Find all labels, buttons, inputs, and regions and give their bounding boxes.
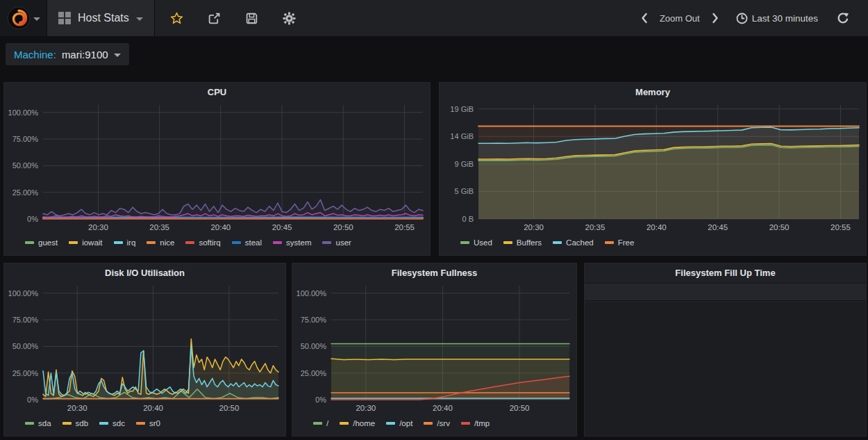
panel-title-cpu[interactable]: CPU [4,83,430,101]
share-icon [208,12,221,25]
svg-text:20:55: 20:55 [394,223,415,231]
memory-chart[interactable]: 19 GiB14 GiB9 GiB5 GiB0 B20:3020:3520:40… [440,101,866,236]
legend-swatch [62,422,72,425]
cpu-legend: guestiowaitirqnicesoftirqstealsystemuser [4,236,430,247]
chevron-down-icon [33,17,40,21]
chevron-down-icon [114,54,121,57]
svg-text:20:50: 20:50 [769,223,790,231]
legend-item-irq[interactable]: irq [114,238,136,247]
svg-text:20:30: 20:30 [524,223,544,231]
legend-label: /home [353,419,375,427]
svg-text:75.00%: 75.00% [12,316,39,324]
gear-icon [283,12,296,25]
panel-title-filesystem-fullness[interactable]: Filesystem Fullness [292,263,576,282]
legend-item-home[interactable]: /home [340,419,375,427]
legend-item-guest[interactable]: guest [25,238,58,247]
svg-text:14 GiB: 14 GiB [450,132,474,140]
legend-label: /opt [399,419,412,427]
legend-item-tmp[interactable]: /tmp [461,419,490,427]
svg-text:25.00%: 25.00% [12,369,39,377]
machine-variable-dropdown[interactable]: Machine: mari:9100 [6,43,129,65]
legend-item-steal[interactable]: steal [232,238,262,247]
svg-text:20:50: 20:50 [510,404,530,412]
svg-text:20:40: 20:40 [143,404,163,412]
legend-label: sr0 [149,419,160,427]
cpu-chart[interactable]: 100.00%75.00%50.00%25.00%0%20:3020:3520:… [4,101,430,236]
panel-memory: Memory 19 GiB14 GiB9 GiB5 GiB0 B20:3020:… [439,82,867,256]
chevron-down-icon [136,17,143,21]
time-range-label: Last 30 minutes [752,13,818,24]
svg-text:20:35: 20:35 [585,223,606,231]
empty-table-row [585,283,866,301]
time-shift-forward-button[interactable] [707,4,724,32]
legend-item-buffers[interactable]: Buffers [503,238,542,247]
legend-label: Cached [566,238,594,247]
clock-icon [736,13,748,24]
legend-swatch [460,241,469,244]
legend-swatch [273,241,282,244]
svg-text:25.00%: 25.00% [12,188,39,197]
legend-item-sr0[interactable]: sr0 [136,419,160,427]
legend-label: Used [474,238,492,247]
machine-variable-value: mari:9100 [62,49,108,60]
legend-item-iowait[interactable]: iowait [69,238,102,247]
legend-swatch [232,241,241,244]
legend-item-sdb[interactable]: sdb [62,419,89,427]
save-dashboard-button[interactable] [238,4,266,32]
svg-text:0%: 0% [27,396,38,404]
legend-item-cached[interactable]: Cached [553,238,594,247]
machine-variable-label: Machine: [14,49,56,60]
star-dashboard-button[interactable] [163,4,191,32]
legend-item-nice[interactable]: nice [147,238,174,247]
legend-item-sdc[interactable]: sdc [99,419,125,427]
svg-text:100.00%: 100.00% [297,289,327,298]
svg-text:20:40: 20:40 [210,223,231,231]
legend-item-srv[interactable]: /srv [424,419,450,427]
legend-item-system[interactable]: system [273,238,311,247]
panel-title-filesystem-fill-up-time[interactable]: Filesystem Fill Up Time [585,263,866,282]
legend-item-user[interactable]: user [322,238,351,247]
grafana-logo-icon [7,6,31,30]
svg-text:75.00%: 75.00% [12,135,39,143]
share-dashboard-button[interactable] [201,4,228,32]
grafana-dashboard: Host Stats [0,0,868,440]
save-icon [245,12,258,25]
dashboard-picker-button[interactable]: Host Stats [47,0,155,36]
refresh-button[interactable] [829,4,857,32]
legend-item-sda[interactable]: sda [25,419,51,427]
time-range-picker-button[interactable]: Last 30 minutes [736,13,818,24]
chevron-right-icon [712,13,719,24]
chevron-left-icon [641,13,648,24]
svg-text:100.00%: 100.00% [8,289,39,298]
legend-label: /tmp [474,419,490,427]
svg-text:20:40: 20:40 [646,223,667,231]
grafana-menu-button[interactable] [0,0,47,36]
legend-label: system [286,238,311,247]
zoom-out-button[interactable]: Zoom Out [660,13,700,24]
disk-io-chart[interactable]: 100.00%75.00%50.00%25.00%0%20:3020:4020:… [4,282,285,416]
svg-text:19 GiB: 19 GiB [450,105,474,113]
panel-title-disk-io[interactable]: Disk I/O Utilisation [4,263,285,282]
dashboard-settings-button[interactable] [276,4,303,32]
filesystem-fullness-chart[interactable]: 100.00%75.00%50.00%25.00%0%20:3020:4020:… [292,282,576,416]
refresh-icon [837,12,849,24]
legend-label: nice [160,238,174,247]
legend-item-[interactable]: / [313,419,328,427]
legend-swatch [114,241,123,244]
time-shift-back-button[interactable] [636,4,653,32]
legend-label: Buffers [517,238,542,247]
svg-text:20:45: 20:45 [272,223,292,231]
panel-cpu: CPU 100.00%75.00%50.00%25.00%0%20:3020:3… [3,82,431,256]
legend-item-used[interactable]: Used [460,238,492,247]
legend-item-opt[interactable]: /opt [386,419,412,427]
legend-item-free[interactable]: Free [605,238,635,247]
legend-label: sdc [112,419,125,427]
legend-item-softirq[interactable]: softirq [185,238,220,247]
svg-text:50.00%: 50.00% [12,161,39,170]
svg-text:20:30: 20:30 [88,223,108,231]
panel-title-memory[interactable]: Memory [440,83,866,101]
dashboard-title: Host Stats [78,12,129,24]
svg-text:50.00%: 50.00% [12,342,39,350]
time-controls: Zoom Out Last 30 minutes [636,4,868,32]
svg-text:50.00%: 50.00% [301,342,327,350]
